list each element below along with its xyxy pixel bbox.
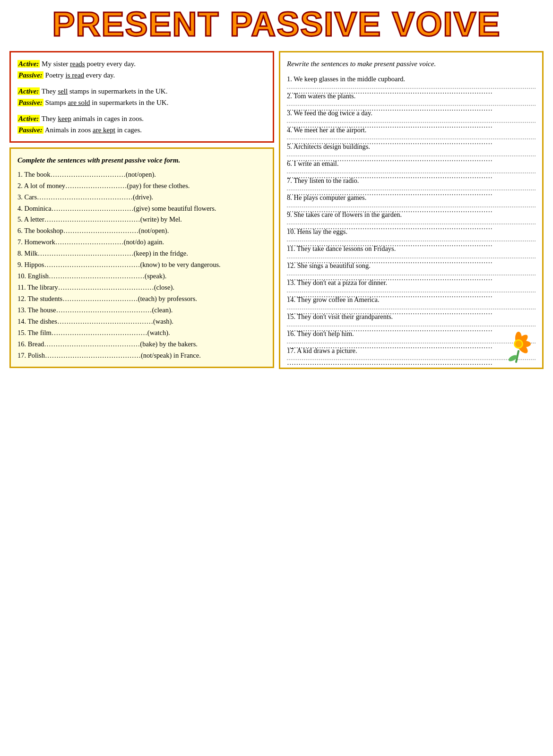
complete-item-7: 7. Homework…………………………(not/do) again. [17,237,266,248]
complete-item-4: 4. Dominica………………………………(give) some beaut… [17,203,266,215]
example-2: Active: They sell stamps in supermarkets… [17,86,266,108]
answer-line-13: ……………………………………………………………………………… [287,290,536,292]
answer-line-9: ……………………………………………………………………………… [287,222,536,224]
answer-line-17: ……………………………………………………………………………… [287,357,536,360]
flower-decoration [500,325,537,363]
active-label-2: Active: [17,87,40,95]
complete-item-12: 12. The students……………………………(teach) by pr… [17,293,266,305]
svg-point-7 [515,341,522,347]
complete-item-8: 8. Milk……………………………………(keep) in the fridg… [17,248,266,259]
answer-line-6: ……………………………………………………………………………… [287,171,536,173]
passive-label-2: Passive: [17,99,43,106]
answer-line-3: ……………………………………………………………………………… [287,120,536,123]
example-3: Active: They keep animals in cages in zo… [17,113,266,136]
passive-label-3: Passive: [17,126,43,134]
answer-line-12: ……………………………………………………………………………… [287,273,536,275]
answer-line-15: ……………………………………………………………………………… [287,324,536,326]
complete-item-16: 16. Bread……………………………………(bake) by the bak… [17,339,266,350]
page-title: PRESENT PASSIVE VOIVE [9,5,544,43]
answer-line-4: ……………………………………………………………………………… [287,137,536,139]
complete-item-14: 14. The dishes……………………………………(wash). [17,316,266,327]
active-label-1: Active: [17,60,40,68]
answer-line-2: ……………………………………………………………………………… [287,103,536,106]
examples-box: Active: My sister reads poetry every day… [9,51,274,143]
rewrite-title: Rewrite the sentences to make present pa… [287,58,536,70]
complete-item-3: 3. Cars……………………………………(drive). [17,192,266,203]
answer-line-7: ……………………………………………………………………………… [287,188,536,190]
complete-item-10: 10. English……………………………………(speak). [17,271,266,282]
passive-label-1: Passive: [17,71,43,79]
complete-item-9: 9. Hippos……………………………………(know) to be very… [17,259,266,271]
complete-item-13: 13. The house……………………………………(clean). [17,305,266,316]
complete-item-2: 2. A lot of money………………………(pay) for thes… [17,180,266,192]
answer-line-1: ……………………………………………………………………………… [287,86,536,89]
rewrite-box: Rewrite the sentences to make present pa… [279,51,544,369]
answer-line-8: ……………………………………………………………………………… [287,205,536,207]
example-1: Active: My sister reads poetry every day… [17,58,266,81]
rewrite-item-1: 1. We keep glasses in the middle cupboar… [287,74,536,85]
answer-line-10: ……………………………………………………………………………… [287,239,536,241]
complete-box: Complete the sentences with present pass… [9,147,274,368]
complete-item-15: 15. The film……………………………………(watch). [17,327,266,339]
complete-item-1: 1. The book……………………………(not/open). [17,169,266,180]
complete-title: Complete the sentences with present pass… [17,155,266,166]
complete-item-5: 5. A letter……………………………………(write) by Mel. [17,214,266,225]
answer-line-16: ……………………………………………………………………………… [287,341,536,344]
complete-item-11: 11. The library……………………………………(close). [17,282,266,293]
answer-line-5: ……………………………………………………………………………… [287,154,536,156]
complete-item-17: 17. Polish……………………………………(not/speak) in F… [17,350,266,361]
active-label-3: Active: [17,115,40,122]
answer-line-11: ……………………………………………………………………………… [287,256,536,258]
answer-line-14: ……………………………………………………………………………… [287,307,536,309]
complete-item-6: 6. The bookshop……………………………(not/open). [17,225,266,237]
